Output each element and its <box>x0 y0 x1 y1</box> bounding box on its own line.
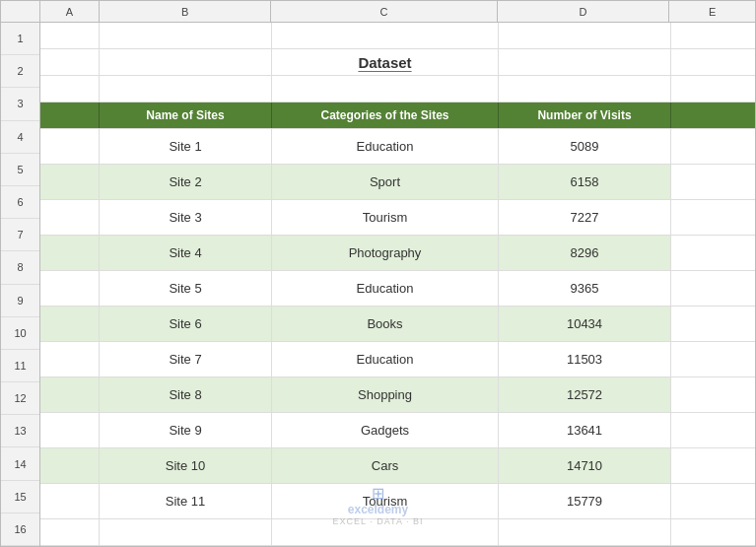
data-row-7: Site 3 Tourism 7227 <box>40 200 755 236</box>
row-num-10: 10 <box>1 317 39 350</box>
cell-visits-15[interactable]: 15779 <box>499 484 671 518</box>
cell-16a[interactable] <box>40 519 100 545</box>
cell-1a[interactable] <box>40 23 100 48</box>
cell-14a[interactable] <box>40 448 100 483</box>
cell-site-5[interactable]: Site 1 <box>100 129 272 164</box>
cell-category-9[interactable]: Education <box>272 271 499 306</box>
cell-visits-5[interactable]: 5089 <box>499 129 671 164</box>
cell-visits-12[interactable]: 12572 <box>499 377 671 412</box>
cell-3e[interactable] <box>671 76 755 102</box>
cell-2e[interactable] <box>671 49 755 75</box>
cell-9e[interactable] <box>671 271 755 306</box>
col-header-a[interactable]: A <box>40 1 100 22</box>
cell-category-8[interactable]: Photography <box>272 236 499 270</box>
cell-13e[interactable] <box>671 413 755 447</box>
cell-1c[interactable] <box>272 23 499 48</box>
cell-2a[interactable] <box>40 49 100 75</box>
data-row-12: Site 8 Shopping 12572 <box>40 377 755 413</box>
cell-3d[interactable] <box>499 76 671 102</box>
cell-6e[interactable] <box>671 165 755 199</box>
cell-3c[interactable] <box>272 76 499 102</box>
cell-category-10[interactable]: Books <box>272 307 499 341</box>
cell-visits-13[interactable]: 13641 <box>499 413 671 447</box>
row-num-14: 14 <box>1 447 39 480</box>
row-num-3: 3 <box>1 88 39 120</box>
cell-3a[interactable] <box>40 76 100 102</box>
data-row-15: Site 11 Tourism 15779 <box>40 484 755 519</box>
cell-3b[interactable] <box>100 76 272 102</box>
cell-10a[interactable] <box>40 307 100 341</box>
grid-body: 12345678910111213141516 Dataset <box>1 23 755 546</box>
data-row-5: Site 1 Education 5089 <box>40 129 755 165</box>
cell-site-6[interactable]: Site 2 <box>100 165 272 199</box>
cell-16b[interactable] <box>100 519 272 545</box>
cell-visits-10[interactable]: 10434 <box>499 307 671 341</box>
cell-category-12[interactable]: Shopping <box>272 377 499 412</box>
cell-site-7[interactable]: Site 3 <box>100 200 272 235</box>
cell-7a[interactable] <box>40 200 100 235</box>
cell-site-13[interactable]: Site 9 <box>100 413 272 447</box>
row-num-2: 2 <box>1 55 39 88</box>
cell-category-6[interactable]: Sport <box>272 165 499 199</box>
cell-15a[interactable] <box>40 484 100 518</box>
cell-13a[interactable] <box>40 413 100 447</box>
col-header-b[interactable]: B <box>100 1 272 22</box>
cell-visits-14[interactable]: 14710 <box>499 448 671 483</box>
cell-14e[interactable] <box>671 448 755 483</box>
cell-11e[interactable] <box>671 342 755 376</box>
data-row-11: Site 7 Education 11503 <box>40 342 755 377</box>
cell-visits-9[interactable]: 9365 <box>499 271 671 306</box>
cell-category-14[interactable]: Cars <box>272 448 499 483</box>
cell-category-5[interactable]: Education <box>272 129 499 164</box>
cell-category-11[interactable]: Education <box>272 342 499 376</box>
cell-site-14[interactable]: Site 10 <box>100 448 272 483</box>
cell-9a[interactable] <box>40 271 100 306</box>
cell-8e[interactable] <box>671 236 755 270</box>
col-header-e[interactable]: E <box>669 1 755 22</box>
cell-category-13[interactable]: Gadgets <box>272 413 499 447</box>
cell-visits-7[interactable]: 7227 <box>499 200 671 235</box>
data-row-6: Site 2 Sport 6158 <box>40 165 755 200</box>
cell-1d[interactable] <box>499 23 671 48</box>
cell-10e[interactable] <box>671 307 755 341</box>
cell-1b[interactable] <box>100 23 272 48</box>
cell-16e[interactable] <box>671 519 755 545</box>
cell-category-15[interactable]: Tourism <box>272 484 499 518</box>
col-header-c[interactable]: C <box>271 1 497 22</box>
cell-1e[interactable] <box>671 23 755 48</box>
row-num-7: 7 <box>1 219 39 251</box>
cell-visits-11[interactable]: 11503 <box>499 342 671 376</box>
cell-6a[interactable] <box>40 165 100 199</box>
col-header-d[interactable]: D <box>498 1 670 22</box>
cell-visits-6[interactable]: 6158 <box>499 165 671 199</box>
dataset-title: Dataset <box>272 49 499 75</box>
cell-8a[interactable] <box>40 236 100 270</box>
data-row-8: Site 4 Photography 8296 <box>40 236 755 271</box>
cell-site-11[interactable]: Site 7 <box>100 342 272 376</box>
cell-12a[interactable] <box>40 377 100 412</box>
header-empty-a <box>40 103 100 128</box>
table-header-row: Name of Sites Categories of the Sites Nu… <box>40 103 755 129</box>
cell-site-9[interactable]: Site 5 <box>100 271 272 306</box>
cell-15e[interactable] <box>671 484 755 518</box>
grid-content: Dataset Name of Sites Categories of the … <box>40 23 755 546</box>
cell-16d[interactable] <box>499 519 671 545</box>
cell-16c[interactable] <box>272 519 499 545</box>
cell-visits-8[interactable]: 8296 <box>499 236 671 270</box>
row-num-5: 5 <box>1 154 39 186</box>
cell-2d[interactable] <box>499 49 671 75</box>
header-number-of-visits: Number of Visits <box>499 103 671 128</box>
cell-2b[interactable] <box>100 49 272 75</box>
cell-category-7[interactable]: Tourism <box>272 200 499 235</box>
row-3 <box>40 76 755 103</box>
cell-5a[interactable] <box>40 129 100 164</box>
cell-site-10[interactable]: Site 6 <box>100 307 272 341</box>
cell-12e[interactable] <box>671 377 755 412</box>
cell-5e[interactable] <box>671 129 755 164</box>
cell-site-15[interactable]: Site 11 <box>100 484 272 518</box>
row-num-9: 9 <box>1 285 39 317</box>
cell-site-12[interactable]: Site 8 <box>100 377 272 412</box>
cell-site-8[interactable]: Site 4 <box>100 236 272 270</box>
cell-11a[interactable] <box>40 342 100 376</box>
cell-7e[interactable] <box>671 200 755 235</box>
